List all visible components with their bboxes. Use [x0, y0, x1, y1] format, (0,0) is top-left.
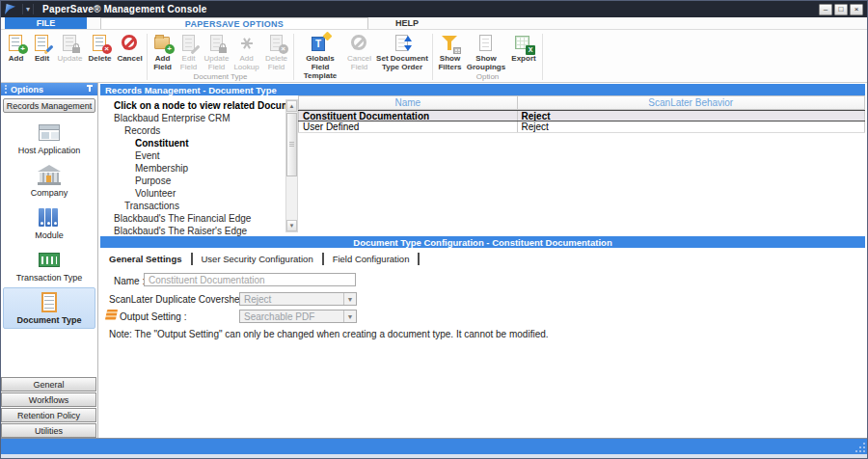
output-setting-icon [105, 310, 118, 320]
application-window: ▾ PaperSave® Management Console – □ × FI… [0, 0, 868, 459]
toolbar-group-option: Show Filters Show Groupings X Export Opt… [435, 31, 540, 82]
output-setting-select[interactable]: Searchable PDF ▼ [239, 310, 357, 323]
tree-item-membership[interactable]: Membership [100, 162, 298, 175]
cancel-icon [120, 33, 141, 54]
sidebar-item-transaction-type[interactable]: Transaction Type [3, 245, 95, 286]
update-icon [60, 33, 81, 54]
tab-file[interactable]: FILE [5, 17, 87, 29]
document-type-tree: Click on a node to view related Document… [100, 95, 298, 232]
sidebar-item-document-type[interactable]: Document Type [3, 287, 95, 329]
tab-papersave-options[interactable]: PAPERSAVE OPTIONS [100, 17, 368, 29]
group-label-document-type: Document Type [149, 72, 291, 82]
globals-field-template-icon: T [310, 33, 331, 54]
retention-policy-button[interactable]: Retention Policy [1, 408, 96, 422]
sidebar-item-module[interactable]: Module [3, 202, 95, 244]
toolbar-group-records: + Add Edit Update × Delete Cancel [3, 31, 145, 82]
tree-item-volunteer[interactable]: Volunteer [100, 187, 298, 200]
toolbar-group-templates: T Globals Field Template Cancel Field Se… [296, 31, 430, 82]
group-label [296, 81, 430, 82]
output-setting-value: Searchable PDF [244, 311, 314, 322]
utilities-button[interactable]: Utilities [1, 423, 96, 438]
records-management-button[interactable]: Records Management [3, 98, 95, 113]
sidebar-item-label: Company [31, 188, 68, 198]
close-button[interactable]: × [850, 4, 863, 15]
delete-button[interactable]: × Delete [85, 31, 115, 64]
add-icon: + [6, 33, 27, 54]
scanlater-behavior-select[interactable]: Reject ▼ [239, 292, 357, 306]
tab-user-security-configuration[interactable]: User Security Configuration [193, 253, 322, 265]
delete-icon: × [90, 33, 111, 54]
scrollbar-thumb[interactable] [286, 113, 297, 176]
tree-item-purpose[interactable]: Purpose [100, 175, 298, 187]
show-filters-button[interactable]: Show Filters [435, 31, 465, 72]
toolbar-ribbon: + Add Edit Update × Delete Cancel [1, 30, 867, 83]
add-button[interactable]: + Add [3, 31, 29, 64]
main-content: Records Management - Document Type Click… [98, 83, 867, 438]
tree-item-transactions[interactable]: Transactions [100, 200, 298, 212]
maximize-button[interactable]: □ [834, 4, 848, 15]
edit-icon [32, 33, 53, 54]
toolbar-group-document-type: + Add Field Edit Field Update Field Add … [149, 31, 291, 82]
tree-item: Click on a node to view related Document… [100, 99, 298, 112]
window-controls: – □ × [819, 4, 863, 15]
add-lookup-button: Add Lookup [231, 31, 261, 72]
tree-item-blackbaud-enterprise-crm[interactable]: Blackbaud Enterprise CRM [100, 112, 298, 124]
general-settings-form: Name : ScanLater Duplicate Coversheet Be… [100, 268, 865, 355]
tab-general-settings[interactable]: General Settings [100, 253, 191, 265]
tree-scrollbar[interactable]: ▲ ▼ [285, 99, 298, 232]
tree-item-constituent[interactable]: Constituent [100, 137, 298, 149]
dropdown-arrow-icon: ▼ [343, 293, 356, 305]
cell-behavior: Reject [518, 111, 865, 121]
tree-item-financial-edge[interactable]: Blackbaud's The Financial Edge [100, 212, 298, 225]
toolbar-separator [542, 34, 543, 80]
export-button[interactable]: X Export [507, 31, 540, 64]
sidebar-item-host-application[interactable]: Host Application [3, 118, 95, 159]
column-header-name[interactable]: Name [298, 96, 518, 109]
host-application-icon [37, 122, 62, 144]
workflows-button[interactable]: Workflows [1, 392, 96, 407]
update-field-button: Update Field [202, 31, 231, 72]
cell-name: User Defined [298, 122, 518, 132]
edit-button[interactable]: Edit [29, 31, 55, 64]
sidebar-nav-list: Host Application Company Module Transact… [3, 118, 95, 330]
tree-item-records[interactable]: Records [100, 124, 298, 137]
sidebar-item-label: Transaction Type [16, 273, 83, 283]
window-title: PaperSave® Management Console [42, 4, 206, 14]
cancel-field-icon [349, 33, 370, 54]
show-groupings-button[interactable]: Show Groupings [465, 31, 507, 72]
add-lookup-icon [236, 33, 258, 54]
quick-access-caret-icon[interactable]: ▾ [26, 1, 30, 17]
grid-header-row: Name ScanLater Behavior [298, 95, 865, 110]
toolbar-separator [293, 34, 294, 80]
edit-field-button: Edit Field [176, 31, 202, 72]
globals-field-template-button[interactable]: T Globals Field Template [296, 31, 344, 81]
scroll-up-icon[interactable]: ▲ [286, 100, 297, 112]
set-document-type-order-button[interactable]: Set Document Type Order [374, 31, 430, 72]
table-row[interactable]: Constituent Documentation Reject [298, 110, 865, 122]
config-panel-header: Document Type Configuration - Constituen… [100, 236, 865, 248]
table-row[interactable]: User Defined Reject [298, 122, 865, 133]
scroll-down-icon[interactable]: ▼ [286, 220, 297, 231]
tree-item-event[interactable]: Event [100, 149, 298, 162]
name-field[interactable] [144, 273, 356, 286]
ribbon-tab-bar: FILE PAPERSAVE OPTIONS HELP [1, 17, 867, 30]
group-label-option: Option [435, 72, 540, 82]
pin-icon[interactable] [86, 85, 94, 94]
column-header-scanlater-behavior[interactable]: ScanLater Behavior [518, 96, 865, 109]
add-field-button[interactable]: + Add Field [149, 31, 176, 72]
tab-field-configuration[interactable]: Field Configuration [324, 253, 419, 265]
toolbar-separator [147, 34, 148, 80]
minimize-button[interactable]: – [819, 4, 832, 15]
set-document-type-order-icon [392, 33, 413, 54]
title-bar: ▾ PaperSave® Management Console – □ × [1, 1, 867, 17]
cancel-button[interactable]: Cancel [115, 31, 145, 64]
output-setting-note: Note: The "Output Setting" can only be c… [109, 329, 549, 339]
resize-grip-icon[interactable] [855, 443, 865, 452]
module-icon [37, 207, 62, 229]
sidebar-item-label: Host Application [18, 146, 81, 155]
tab-help[interactable]: HELP [380, 17, 434, 29]
edit-field-icon [178, 33, 200, 54]
general-button[interactable]: General [1, 377, 96, 392]
sidebar-item-label: Document Type [17, 315, 82, 325]
sidebar-item-company[interactable]: Company [3, 160, 95, 202]
